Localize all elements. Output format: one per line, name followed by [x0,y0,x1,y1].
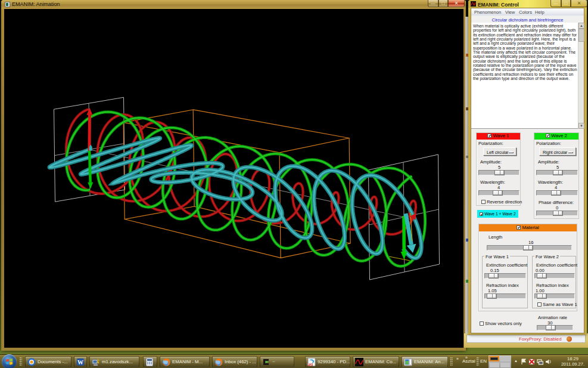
svg-text:PDF: PDF [308,363,313,366]
svg-text:W: W [77,359,83,366]
